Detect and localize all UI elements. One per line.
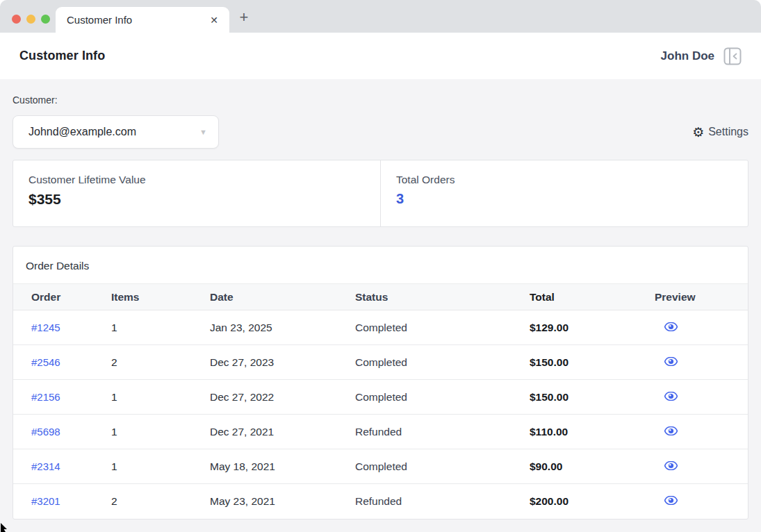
- column-header-date: Date: [204, 284, 350, 310]
- order-total-cell: $150.00: [524, 380, 649, 415]
- collapse-panel-icon: [723, 47, 742, 65]
- order-link[interactable]: #2546: [31, 356, 60, 368]
- order-date-cell: May 18, 2021: [204, 449, 350, 484]
- order-total-cell: $200.00: [524, 484, 649, 519]
- preview-order-button[interactable]: [664, 392, 678, 401]
- column-header-status: Status: [350, 284, 524, 310]
- order-preview-cell: [649, 449, 748, 484]
- order-row: #12451Jan 23, 2025Completed$129.00: [13, 310, 748, 345]
- user-name: John Doe: [661, 49, 714, 63]
- order-date-cell: Dec 27, 2021: [204, 415, 350, 449]
- order-status-cell: Refunded: [350, 484, 524, 519]
- order-id-cell: #2314: [13, 449, 106, 484]
- order-link[interactable]: #5698: [31, 426, 60, 438]
- order-items-cell: 1: [106, 310, 204, 345]
- order-preview-cell: [649, 415, 748, 449]
- maximize-window-button[interactable]: [41, 15, 50, 24]
- order-status-cell: Completed: [350, 345, 524, 380]
- eye-icon: [664, 426, 678, 435]
- order-id-cell: #3201: [13, 484, 106, 519]
- order-link[interactable]: #3201: [31, 495, 60, 507]
- column-header-order: Order: [13, 284, 106, 310]
- eye-icon: [664, 357, 678, 366]
- gear-icon: ⚙: [692, 126, 704, 139]
- total-orders-label: Total Orders: [396, 174, 748, 186]
- order-date-cell: Dec 27, 2023: [204, 345, 350, 380]
- order-row: #23141May 18, 2021Completed$90.00: [13, 449, 748, 484]
- tab-customer-info[interactable]: Customer Info ✕: [56, 7, 229, 33]
- orders-body: #12451Jan 23, 2025Completed$129.00#25462…: [13, 310, 748, 519]
- preview-order-button[interactable]: [664, 461, 678, 470]
- order-status-cell: Refunded: [350, 415, 524, 449]
- orders-panel: Order Details Order Items Date Status To…: [13, 246, 748, 519]
- order-total-cell: $129.00: [524, 310, 649, 345]
- new-tab-button[interactable]: +: [235, 8, 253, 26]
- orders-header-row: Order Items Date Status Total Preview: [13, 284, 748, 310]
- orders-panel-title: Order Details: [13, 247, 748, 283]
- order-preview-cell: [649, 484, 748, 519]
- orders-table: Order Items Date Status Total Preview #1…: [13, 283, 748, 519]
- order-row: #25462Dec 27, 2023Completed$150.00: [13, 345, 748, 380]
- stats-panel: Customer Lifetime Value $355 Total Order…: [13, 160, 748, 227]
- settings-label: Settings: [708, 126, 748, 138]
- minimize-window-button[interactable]: [26, 15, 35, 24]
- order-status-cell: Completed: [350, 449, 524, 484]
- stat-card-total-orders: Total Orders 3: [380, 160, 748, 226]
- order-total-cell: $150.00: [524, 345, 649, 380]
- order-date-cell: Dec 27, 2022: [204, 380, 350, 415]
- order-items-cell: 1: [106, 449, 204, 484]
- tab-close-icon[interactable]: ✕: [207, 13, 221, 27]
- order-row: #32012May 23, 2021Refunded$200.00: [13, 484, 748, 519]
- collapse-panel-button[interactable]: [723, 47, 742, 65]
- total-orders-count: 3: [396, 191, 748, 207]
- eye-icon: [664, 392, 678, 401]
- stat-card-lifetime-value: Customer Lifetime Value $355: [13, 160, 380, 226]
- chevron-down-icon: ▼: [199, 128, 207, 136]
- lifetime-value-label: Customer Lifetime Value: [28, 174, 380, 186]
- order-link[interactable]: #2314: [31, 460, 60, 472]
- order-date-cell: May 23, 2021: [204, 484, 350, 519]
- order-items-cell: 2: [106, 345, 204, 380]
- order-id-cell: #1245: [13, 310, 106, 345]
- customer-select[interactable]: Johnd@example.com ▼: [13, 115, 219, 149]
- column-header-items: Items: [106, 284, 204, 310]
- eye-icon: [664, 322, 678, 331]
- browser-window: Customer Info ✕ + Customer Info John Doe…: [0, 0, 761, 532]
- column-header-total: Total: [524, 284, 649, 310]
- close-window-button[interactable]: [12, 15, 21, 24]
- order-link[interactable]: #2156: [31, 391, 60, 403]
- order-items-cell: 1: [106, 380, 204, 415]
- browser-tab-bar: Customer Info ✕ +: [0, 0, 761, 33]
- order-id-cell: #5698: [13, 415, 106, 449]
- order-preview-cell: [649, 310, 748, 345]
- settings-button[interactable]: ⚙ Settings: [692, 126, 748, 139]
- order-row: #56981Dec 27, 2021Refunded$110.00: [13, 415, 748, 449]
- lifetime-value-amount: $355: [28, 191, 380, 208]
- window-controls: [12, 15, 50, 24]
- main-content: Customer: Johnd@example.com ▼ ⚙ Settings…: [0, 94, 761, 519]
- preview-order-button[interactable]: [664, 496, 678, 505]
- order-items-cell: 1: [106, 415, 204, 449]
- order-date-cell: Jan 23, 2025: [204, 310, 350, 345]
- order-preview-cell: [649, 345, 748, 380]
- tab-title: Customer Info: [67, 14, 207, 26]
- order-status-cell: Completed: [350, 380, 524, 415]
- order-link[interactable]: #1245: [31, 322, 60, 333]
- order-row: #21561Dec 27, 2022Completed$150.00: [13, 380, 748, 415]
- customer-select-value: Johnd@example.com: [28, 126, 136, 138]
- order-status-cell: Completed: [350, 310, 524, 345]
- preview-order-button[interactable]: [664, 322, 678, 331]
- mouse-cursor: [0, 521, 10, 532]
- preview-order-button[interactable]: [664, 426, 678, 435]
- eye-icon: [664, 496, 678, 505]
- order-total-cell: $90.00: [524, 449, 649, 484]
- column-header-preview: Preview: [649, 284, 748, 310]
- preview-order-button[interactable]: [664, 357, 678, 366]
- order-id-cell: #2546: [13, 345, 106, 380]
- page-header: Customer Info John Doe: [0, 33, 761, 79]
- order-items-cell: 2: [106, 484, 204, 519]
- order-preview-cell: [649, 380, 748, 415]
- page-title: Customer Info: [19, 49, 105, 63]
- customer-label: Customer:: [13, 94, 748, 106]
- order-id-cell: #2156: [13, 380, 106, 415]
